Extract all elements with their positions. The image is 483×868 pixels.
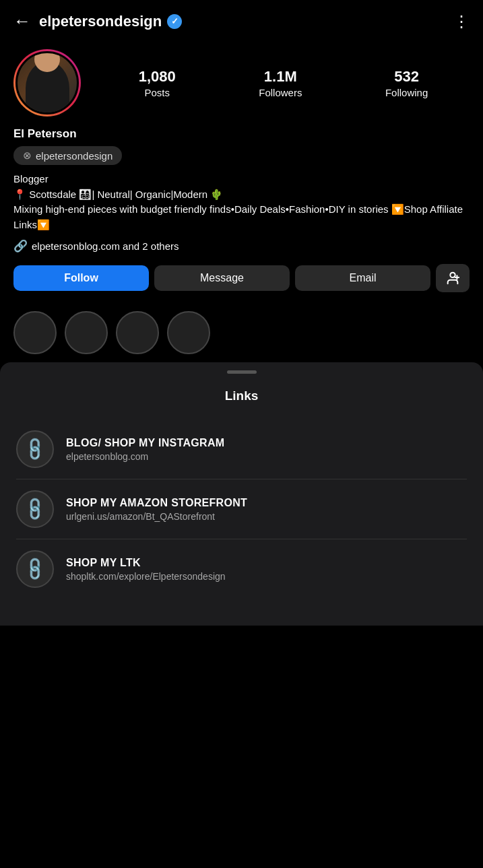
- links-row[interactable]: 🔗 elpetersonblog.com and 2 others: [13, 239, 470, 253]
- stat-following[interactable]: 532 Following: [385, 68, 428, 98]
- link-title-2: SHOP MY AMAZON STOREFRONT: [66, 497, 247, 509]
- chain-icon-1: 🔗: [21, 435, 49, 463]
- sheet-handle-wrapper: [0, 362, 483, 379]
- more-options-button[interactable]: ⋮: [453, 12, 470, 31]
- posts-label: Posts: [144, 87, 170, 98]
- profile-section: 1,080 Posts 1.1M Followers 532 Following…: [0, 42, 483, 303]
- link-icon-1: 🔗: [16, 430, 54, 468]
- chain-icon-3: 🔗: [21, 555, 49, 582]
- avatar-head: [34, 53, 60, 72]
- threads-handle: elpetersondesign: [36, 150, 112, 162]
- profile-top: 1,080 Posts 1.1M Followers 532 Following: [13, 49, 470, 116]
- link-text-1: BLOG/ SHOP MY INSTAGRAM elpetersonblog.c…: [66, 437, 224, 462]
- story-circle[interactable]: [116, 311, 159, 354]
- add-person-icon: [445, 271, 460, 286]
- email-button[interactable]: Email: [295, 265, 430, 291]
- top-bar-left: ← elpetersondesign ✓: [13, 11, 182, 32]
- link-text-2: SHOP MY AMAZON STOREFRONT urlgeni.us/ama…: [66, 497, 247, 522]
- link-icon: 🔗: [13, 239, 28, 253]
- story-circle[interactable]: [167, 311, 210, 354]
- top-bar: ← elpetersondesign ✓ ⋮: [0, 0, 483, 42]
- links-text: elpetersonblog.com and 2 others: [32, 240, 179, 252]
- avatar: [15, 51, 79, 114]
- display-name: El Peterson: [13, 127, 470, 141]
- sheet-title: Links: [0, 379, 483, 420]
- sheet-handle: [227, 370, 257, 374]
- svg-point-0: [450, 273, 455, 277]
- threads-badge[interactable]: ⊗ elpetersondesign: [13, 146, 122, 165]
- add-person-button[interactable]: [436, 264, 470, 292]
- link-url-3: shopltk.com/explore/Elpetersondesign: [66, 571, 226, 582]
- stat-posts[interactable]: 1,080 Posts: [139, 68, 176, 98]
- threads-icon: ⊗: [23, 149, 32, 162]
- bottom-sheet: Links 🔗 BLOG/ SHOP MY INSTAGRAM elpeters…: [0, 362, 483, 626]
- avatar-image: [18, 53, 77, 112]
- username-row: elpetersondesign ✓: [39, 13, 182, 30]
- link-url-1: elpetersonblog.com: [66, 451, 224, 462]
- bio-text: Blogger 📍 Scottsdale 👨‍👩‍👧‍👦| Neutral| O…: [13, 172, 470, 232]
- follow-button[interactable]: Follow: [13, 265, 149, 291]
- link-title-3: SHOP MY LTK: [66, 557, 226, 569]
- followers-count: 1.1M: [264, 68, 297, 86]
- link-item-ltk[interactable]: 🔗 SHOP MY LTK shopltk.com/explore/Elpete…: [0, 539, 483, 599]
- stat-followers[interactable]: 1.1M Followers: [259, 68, 302, 98]
- message-button[interactable]: Message: [154, 265, 290, 291]
- link-title-1: BLOG/ SHOP MY INSTAGRAM: [66, 437, 224, 449]
- stats-row: 1,080 Posts 1.1M Followers 532 Following: [97, 68, 470, 98]
- followers-label: Followers: [259, 87, 302, 98]
- story-circle[interactable]: [65, 311, 108, 354]
- following-label: Following: [385, 87, 428, 98]
- top-username: elpetersondesign: [39, 13, 162, 30]
- avatar-body: [26, 61, 69, 112]
- following-count: 532: [394, 68, 419, 86]
- link-icon-2: 🔗: [16, 490, 54, 528]
- link-item-blog[interactable]: 🔗 BLOG/ SHOP MY INSTAGRAM elpetersonblog…: [0, 420, 483, 479]
- link-icon-3: 🔗: [16, 550, 54, 588]
- action-buttons: Follow Message Email: [13, 264, 470, 292]
- stories-row: [0, 303, 483, 362]
- story-circle[interactable]: [13, 311, 57, 354]
- link-text-3: SHOP MY LTK shopltk.com/explore/Elpeters…: [66, 557, 226, 582]
- back-button[interactable]: ←: [13, 11, 31, 32]
- chain-icon-2: 🔗: [21, 495, 49, 523]
- link-url-2: urlgeni.us/amazon/Bt_QAStorefront: [66, 511, 247, 522]
- posts-count: 1,080: [139, 68, 176, 86]
- verified-badge: ✓: [167, 14, 182, 29]
- avatar-wrapper: [13, 49, 81, 116]
- link-item-amazon[interactable]: 🔗 SHOP MY AMAZON STOREFRONT urlgeni.us/a…: [0, 479, 483, 539]
